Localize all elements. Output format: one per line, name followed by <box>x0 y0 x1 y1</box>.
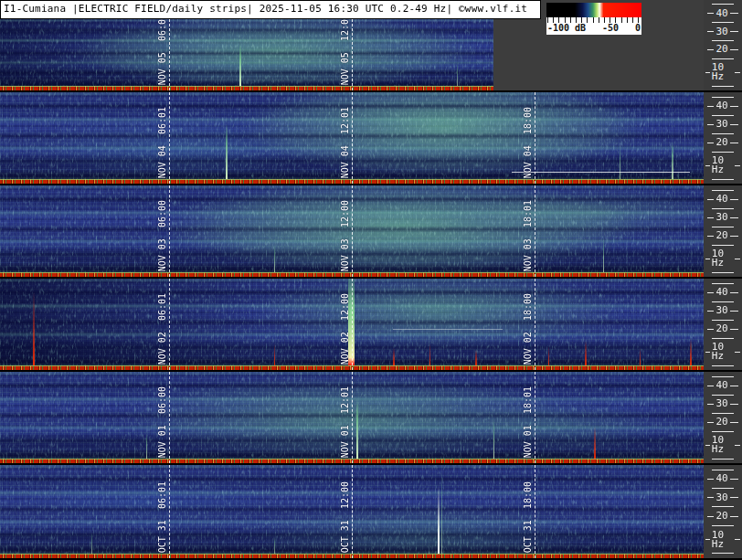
axis-tick <box>712 395 734 396</box>
axis-tick <box>712 525 734 526</box>
signal-burst <box>640 348 641 366</box>
time-marker-label: NOV 04 06:01 <box>157 107 167 178</box>
time-marker: NOV 05 06:00 <box>169 19 170 90</box>
plot-area: OCT 31 06:01 OCT 31 12:00 OCT 31 18:00 <box>0 465 704 558</box>
freq-label-10hz: 10 Hz <box>704 249 742 268</box>
signal-burst <box>274 536 275 555</box>
freq-label-10hz: 10 Hz <box>704 436 742 454</box>
time-marker-label: NOV 05 12:00 <box>340 19 350 85</box>
axis-tick <box>712 179 734 180</box>
spectrogram-strip-nov-01: NOV 01 06:00 NOV 01 12:01 NOV 01 18:01 <box>0 372 704 463</box>
strip-row-nov-05: NOV 05 06:00 NOV 05 12:00 I1-Cumiana |EL… <box>0 0 742 92</box>
noise-line <box>512 172 690 173</box>
signal-burst <box>429 343 430 366</box>
time-marker: NOV 04 12:01 <box>352 92 353 184</box>
freq-label-20: 20 <box>705 138 739 147</box>
signal-burst <box>672 142 673 180</box>
time-marker: NOV 02 06:01 <box>169 279 170 370</box>
spectrogram-strip-oct-31: OCT 31 06:01 OCT 31 12:00 OCT 31 18:00 <box>0 465 704 558</box>
signal-burst <box>274 244 275 273</box>
vlf-spectrogram-page: NOV 05 06:00 NOV 05 12:00 I1-Cumiana |EL… <box>0 0 742 560</box>
signal-burst <box>594 427 596 460</box>
signal-burst <box>548 346 549 366</box>
strip-row-oct-31: OCT 31 06:01 OCT 31 12:00 OCT 31 18:00 4… <box>0 465 742 560</box>
strip-row-nov-03: NOV 03 06:00 NOV 03 12:00 NOV 03 18:01 4… <box>0 185 742 279</box>
time-marker: NOV 02 12:00 <box>352 279 353 370</box>
time-marker: OCT 31 12:00 <box>352 465 353 558</box>
signal-burst <box>603 237 604 273</box>
axis-tick <box>712 190 734 191</box>
axis-tick <box>712 459 734 460</box>
time-marker: NOV 01 06:00 <box>169 372 170 463</box>
axis-tick <box>712 58 734 59</box>
colorbar-label-max: 0 <box>635 23 641 34</box>
axis-tick <box>712 40 734 41</box>
time-marker-label: OCT 31 06:01 <box>157 481 167 553</box>
frequency-axis: 40 30 20 10 Hz <box>704 279 742 370</box>
freq-label-40: 40 <box>705 288 739 297</box>
time-marker-label: NOV 05 06:00 <box>157 19 167 85</box>
time-marker-label: NOV 01 18:01 <box>523 386 533 458</box>
axis-tick <box>712 506 734 507</box>
time-marker-label: NOV 03 12:00 <box>340 200 350 271</box>
axis-tick <box>712 272 734 273</box>
freq-label-10hz: 10 Hz <box>704 343 742 361</box>
time-marker: NOV 01 12:01 <box>352 372 353 463</box>
time-marker: NOV 03 12:00 <box>352 185 353 277</box>
time-marker-label: NOV 01 06:00 <box>157 386 167 458</box>
signal-burst <box>393 348 395 366</box>
signal-burst <box>457 62 458 87</box>
axis-tick <box>712 22 734 23</box>
freq-label-30: 30 <box>705 399 739 408</box>
axis-tick <box>712 133 734 134</box>
signal-burst <box>356 397 358 460</box>
spectrogram-strip-nov-02: NOV 02 06:01 NOV 02 12:00 NOV 02 18:00 <box>0 279 704 370</box>
freq-label-30: 30 <box>705 306 739 315</box>
axis-tick <box>712 227 734 227</box>
spectrogram-strip-nov-03: NOV 03 06:00 NOV 03 12:00 NOV 03 18:01 <box>0 185 704 277</box>
freq-label-30: 30 <box>705 27 739 37</box>
time-marker-label: NOV 03 18:01 <box>523 200 533 271</box>
freq-label-40: 40 <box>705 195 739 204</box>
axis-tick <box>712 488 734 489</box>
signal-burst <box>146 432 147 460</box>
axis-tick <box>712 152 734 153</box>
signal-burst <box>475 350 477 366</box>
strip-row-nov-01: NOV 01 06:00 NOV 01 12:01 NOV 01 18:01 4… <box>0 372 742 465</box>
noise-texture <box>0 19 493 90</box>
time-marker: NOV 04 18:00 <box>535 92 535 184</box>
colorbar: -100 dB -50 0 <box>546 3 641 35</box>
colorbar-label-mid: -50 <box>602 23 619 34</box>
signal-burst-major <box>438 485 440 555</box>
axis-tick <box>712 413 734 414</box>
strip-row-nov-02: NOV 02 06:01 NOV 02 12:00 NOV 02 18:00 4… <box>0 279 742 372</box>
axis-tick <box>712 338 734 339</box>
plot-area: NOV 01 06:00 NOV 01 12:01 NOV 01 18:01 <box>0 372 704 463</box>
freq-label-20: 20 <box>705 324 739 333</box>
time-marker-label: NOV 04 12:01 <box>340 107 350 178</box>
time-marker-label: OCT 31 18:00 <box>523 481 533 553</box>
axis-tick <box>712 301 734 302</box>
axis-tick <box>712 86 734 87</box>
time-marker-label: NOV 04 18:00 <box>523 107 533 178</box>
axis-tick <box>712 245 734 246</box>
freq-label-40: 40 <box>705 474 739 483</box>
axis-tick <box>712 115 734 116</box>
freq-label-10hz: 10 Hz <box>704 531 742 549</box>
frequency-axis: 40 30 20 10 Hz <box>704 92 742 184</box>
signal-burst <box>620 145 620 180</box>
signal-burst <box>493 418 494 460</box>
frequency-axis: 40 30 20 10 Hz <box>704 372 742 463</box>
time-marker-label: NOV 01 12:01 <box>340 386 350 458</box>
plot-area: NOV 04 06:01 NOV 04 12:01 NOV 04 18:00 <box>0 92 704 184</box>
signal-burst <box>441 470 442 555</box>
time-marker-label: NOV 03 06:00 <box>157 200 167 271</box>
time-marker-label: NOV 02 06:01 <box>157 293 167 365</box>
signal-burst <box>33 291 35 366</box>
axis-tick <box>712 365 734 366</box>
freq-label-20: 20 <box>705 45 739 54</box>
time-marker: NOV 01 18:01 <box>535 372 535 463</box>
freq-label-10hz: 10 Hz <box>704 156 742 174</box>
frequency-axis: 40 30 20 10 Hz <box>704 0 742 90</box>
signal-burst <box>239 44 241 87</box>
